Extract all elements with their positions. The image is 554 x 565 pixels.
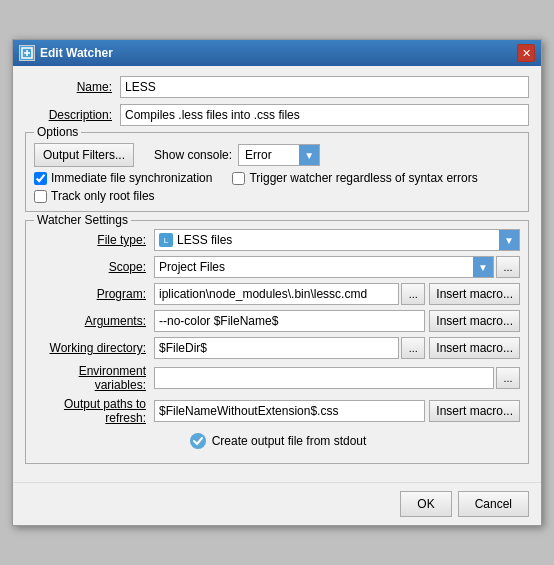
options-group: Options Output Filters... Show console: …	[25, 132, 529, 212]
file-type-value: L LESS files	[155, 230, 499, 250]
close-button[interactable]: ✕	[517, 44, 535, 62]
scope-browse-button[interactable]: ...	[496, 256, 520, 278]
track-root-files-checkbox[interactable]	[34, 190, 47, 203]
arguments-input[interactable]	[154, 310, 425, 332]
less-icon: L	[159, 233, 173, 247]
file-type-dropdown[interactable]: L LESS files ▼	[154, 229, 520, 251]
scope-row: Scope: Project Files ▼ ...	[34, 256, 520, 278]
arguments-row: Arguments: Insert macro...	[34, 310, 520, 332]
arguments-label: Arguments:	[34, 314, 154, 328]
ok-button[interactable]: OK	[400, 491, 451, 517]
name-label: Name:	[25, 80, 120, 94]
output-paths-input[interactable]	[154, 400, 425, 422]
dialog-body: Name: Description: Options Output Filter…	[13, 66, 541, 482]
footer: OK Cancel	[13, 482, 541, 525]
output-paths-row: Output paths to refresh: Insert macro...	[34, 397, 520, 425]
track-root-files-label[interactable]: Track only root files	[34, 189, 155, 203]
program-row: Program: ... Insert macro...	[34, 283, 520, 305]
trigger-watcher-checkbox[interactable]	[232, 172, 245, 185]
output-filters-button[interactable]: Output Filters...	[34, 143, 134, 167]
show-console-dropdown[interactable]: Error ▼	[238, 144, 320, 166]
description-row: Description:	[25, 104, 529, 126]
working-dir-label: Working directory:	[34, 341, 154, 355]
program-label: Program:	[34, 287, 154, 301]
arguments-insert-macro-button[interactable]: Insert macro...	[429, 310, 520, 332]
watcher-settings-title: Watcher Settings	[34, 213, 131, 227]
stdout-row: Create output file from stdout	[34, 431, 520, 451]
name-input[interactable]	[120, 76, 529, 98]
file-type-label: File type:	[34, 233, 154, 247]
watcher-settings-group: Watcher Settings File type: L LESS files…	[25, 220, 529, 464]
working-dir-input[interactable]	[154, 337, 399, 359]
env-vars-row: Environment variables: ...	[34, 364, 520, 392]
options-row1: Output Filters... Show console: Error ▼	[34, 143, 520, 167]
scope-value: Project Files	[155, 257, 473, 277]
file-type-arrow[interactable]: ▼	[499, 230, 519, 250]
env-vars-browse-button[interactable]: ...	[496, 367, 520, 389]
description-label: Description:	[25, 108, 120, 122]
immediate-sync-checkbox-label[interactable]: Immediate file synchronization	[34, 171, 212, 185]
program-browse-button[interactable]: ...	[401, 283, 425, 305]
trigger-watcher-label: Trigger watcher regardless of syntax err…	[249, 171, 477, 185]
options-row2: Immediate file synchronization Trigger w…	[34, 171, 520, 185]
program-input[interactable]	[154, 283, 399, 305]
description-input[interactable]	[120, 104, 529, 126]
scope-label: Scope:	[34, 260, 154, 274]
output-paths-label: Output paths to refresh:	[34, 397, 154, 425]
immediate-sync-label: Immediate file synchronization	[51, 171, 212, 185]
scope-arrow[interactable]: ▼	[473, 257, 493, 277]
trigger-watcher-checkbox-label[interactable]: Trigger watcher regardless of syntax err…	[232, 171, 477, 185]
track-root-label: Track only root files	[51, 189, 155, 203]
stdout-icon	[188, 431, 208, 451]
svg-point-3	[190, 433, 206, 449]
options-row3: Track only root files	[34, 189, 520, 203]
dialog-icon	[19, 45, 35, 61]
working-dir-row: Working directory: ... Insert macro...	[34, 337, 520, 359]
dialog-title: Edit Watcher	[40, 46, 113, 60]
working-dir-browse-button[interactable]: ...	[401, 337, 425, 359]
options-title: Options	[34, 125, 81, 139]
env-vars-input[interactable]	[154, 367, 494, 389]
env-vars-label: Environment variables:	[34, 364, 154, 392]
show-console-label: Show console:	[154, 148, 232, 162]
console-dropdown-arrow[interactable]: ▼	[299, 145, 319, 165]
program-insert-macro-button[interactable]: Insert macro...	[429, 283, 520, 305]
stdout-label: Create output file from stdout	[212, 434, 367, 448]
file-type-row: File type: L LESS files ▼	[34, 229, 520, 251]
name-row: Name:	[25, 76, 529, 98]
console-value: Error	[239, 145, 299, 165]
working-dir-insert-macro-button[interactable]: Insert macro...	[429, 337, 520, 359]
title-bar: Edit Watcher ✕	[13, 40, 541, 66]
scope-dropdown[interactable]: Project Files ▼	[154, 256, 494, 278]
cancel-button[interactable]: Cancel	[458, 491, 529, 517]
output-paths-insert-macro-button[interactable]: Insert macro...	[429, 400, 520, 422]
edit-watcher-dialog: Edit Watcher ✕ Name: Description: Option…	[12, 39, 542, 526]
immediate-sync-checkbox[interactable]	[34, 172, 47, 185]
